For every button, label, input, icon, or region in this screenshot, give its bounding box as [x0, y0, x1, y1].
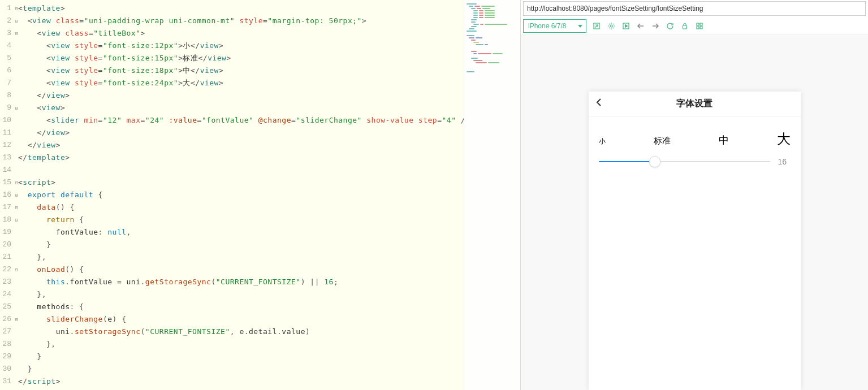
- label-medium: 中: [719, 133, 729, 147]
- svg-rect-7: [700, 27, 702, 29]
- minimap[interactable]: [464, 0, 520, 390]
- label-standard: 标准: [654, 136, 671, 146]
- back-icon[interactable]: [636, 21, 645, 31]
- preview-pane: http://localhost:8080/pages/fontSizeSett…: [520, 0, 868, 390]
- device-frame: 字体设置 小 标准 中 大 16: [589, 92, 801, 390]
- settings-icon[interactable]: [607, 21, 616, 31]
- lock-icon[interactable]: [680, 21, 689, 31]
- code-editor-pane: 1⊟ 2⊟ 3⊟ 4 5 6 7 8 9⊟ 10 11 12 13 14 15⊟…: [0, 0, 520, 390]
- run-icon[interactable]: [621, 21, 631, 31]
- page-title: 字体设置: [589, 98, 801, 110]
- device-select[interactable]: iPhone 6/7/8: [523, 19, 586, 33]
- forward-icon[interactable]: [651, 21, 660, 31]
- label-large: 大: [777, 130, 791, 148]
- svg-rect-5: [700, 23, 702, 25]
- svg-point-1: [610, 25, 612, 27]
- svg-rect-6: [697, 27, 699, 29]
- slider-track[interactable]: [599, 161, 770, 162]
- refresh-icon[interactable]: [666, 21, 675, 31]
- slider-thumb[interactable]: [649, 156, 660, 167]
- page-header: 字体设置: [589, 92, 801, 116]
- preview-canvas: 字体设置 小 标准 中 大 16: [521, 35, 868, 390]
- url-bar[interactable]: http://localhost:8080/pages/fontSizeSett…: [523, 1, 866, 16]
- slider-fill: [599, 161, 655, 162]
- label-small: 小: [599, 137, 606, 146]
- svg-rect-3: [683, 25, 687, 29]
- export-icon[interactable]: [592, 21, 601, 31]
- back-arrow-icon[interactable]: [595, 97, 602, 110]
- qrcode-icon[interactable]: [695, 21, 704, 31]
- font-size-slider[interactable]: 16: [589, 154, 801, 177]
- slider-value: 16: [778, 157, 791, 166]
- font-size-labels: 小 标准 中 大: [589, 116, 801, 154]
- preview-toolbar: iPhone 6/7/8: [521, 17, 868, 35]
- code-area[interactable]: <template> <view class="uni-padding-wrap…: [18, 0, 464, 390]
- svg-rect-4: [697, 23, 699, 25]
- gutter: 1⊟ 2⊟ 3⊟ 4 5 6 7 8 9⊟ 10 11 12 13 14 15⊟…: [0, 0, 18, 390]
